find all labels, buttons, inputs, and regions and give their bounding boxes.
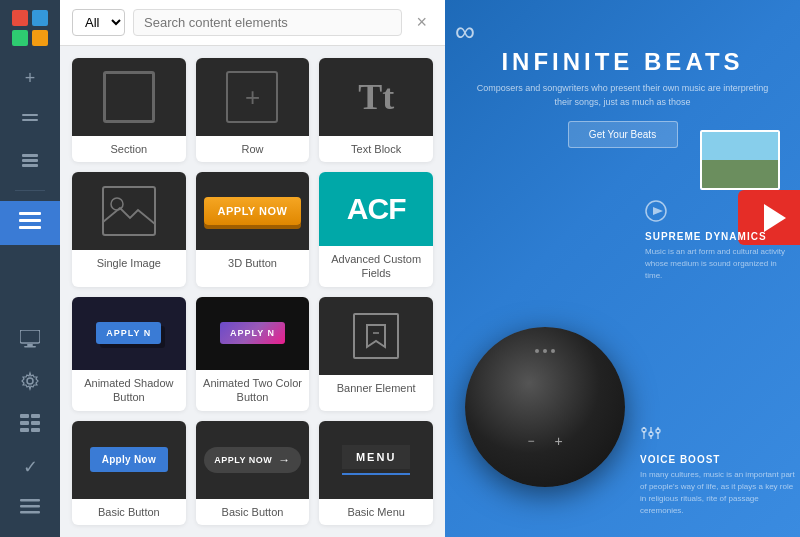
main-subtitle: Composers and songwriters who present th… <box>475 82 770 109</box>
element-card-basic-blue[interactable]: Apply Now Basic Button <box>72 421 186 525</box>
close-button[interactable]: × <box>410 10 433 35</box>
element-card-text[interactable]: Tt Text Block <box>319 58 433 162</box>
hamburger-icon <box>19 212 41 235</box>
row-icon: + <box>226 71 278 123</box>
acf-preview: ACF <box>319 172 433 246</box>
basic-dark-icon: APPLY NOW → <box>204 447 301 473</box>
voice-section: VOICE BOOST In many cultures, music is a… <box>640 423 800 517</box>
element-card-3d-btn[interactable]: APPLY NOW 3D Button <box>196 172 310 286</box>
sidebar-divider-1 <box>15 190 45 191</box>
speaker-circle: − + <box>465 327 625 487</box>
banner-icon <box>353 313 399 359</box>
svg-rect-20 <box>20 428 29 432</box>
svg-rect-21 <box>31 428 40 432</box>
thumbnail-image <box>700 130 780 190</box>
section-label: Section <box>106 136 151 162</box>
svg-rect-18 <box>20 421 29 425</box>
beats-background: ∞ INFINITE BEATS Composers and songwrite… <box>445 0 800 537</box>
banner-label: Banner Element <box>333 375 420 401</box>
speaker-controls: − + <box>527 433 562 449</box>
3d-btn-icon: APPLY NOW <box>204 197 302 225</box>
sidebar-item-grid[interactable] <box>10 407 50 443</box>
sidebar-item-desktop[interactable] <box>10 323 50 359</box>
gear-icon <box>20 371 40 396</box>
layers-icon <box>20 108 40 133</box>
svg-rect-25 <box>103 187 155 235</box>
app-logo[interactable] <box>12 10 48 46</box>
element-card-row[interactable]: + Row <box>196 58 310 162</box>
cta-button[interactable]: Get Your Beats <box>568 121 678 148</box>
search-input[interactable] <box>133 9 402 36</box>
banner-preview <box>319 297 433 375</box>
svg-rect-16 <box>20 414 29 418</box>
svg-rect-5 <box>22 119 38 121</box>
equalizer-icon <box>640 423 800 450</box>
element-card-acf[interactable]: ACF Advanced Custom Fields <box>319 172 433 286</box>
svg-rect-13 <box>27 344 33 346</box>
svg-marker-27 <box>367 325 385 347</box>
svg-rect-3 <box>32 30 48 46</box>
element-card-anim-two[interactable]: APPLY N Animated Two Color Button <box>196 297 310 411</box>
anim-two-label: Animated Two Color Button <box>196 370 310 411</box>
svg-rect-17 <box>31 414 40 418</box>
sidebar-item-add[interactable]: + <box>10 60 50 96</box>
desktop-icon <box>20 330 40 353</box>
row-label: Row <box>237 136 267 162</box>
element-card-basic-dark[interactable]: APPLY NOW → Basic Button <box>196 421 310 525</box>
menu-icon: MENU <box>342 445 410 475</box>
sidebar: + ✓ <box>0 0 60 537</box>
sidebar-item-stack[interactable] <box>10 144 50 180</box>
svg-rect-8 <box>22 164 38 167</box>
text-icon: Tt <box>358 79 394 115</box>
sidebar-item-menu[interactable] <box>0 201 60 245</box>
panel-header: All × <box>60 0 445 46</box>
play-circle-icon <box>645 200 795 227</box>
voice-title: VOICE BOOST <box>640 454 800 465</box>
check-icon: ✓ <box>23 456 38 478</box>
anim-shadow-preview: APPLY N <box>72 297 186 371</box>
anim-two-preview: APPLY N <box>196 297 310 371</box>
svg-rect-6 <box>22 154 38 157</box>
element-card-menu[interactable]: MENU Basic Menu <box>319 421 433 525</box>
image-icon <box>102 186 156 236</box>
svg-rect-4 <box>22 114 38 116</box>
grid-icon <box>20 414 40 437</box>
svg-rect-23 <box>20 505 40 508</box>
element-card-image[interactable]: Single Image <box>72 172 186 286</box>
text-preview: Tt <box>319 58 433 136</box>
menu-label: Basic Menu <box>343 499 408 525</box>
svg-point-15 <box>27 378 33 384</box>
sidebar-item-check[interactable]: ✓ <box>10 449 50 485</box>
speaker-image: − + <box>465 327 635 497</box>
svg-rect-24 <box>20 511 40 514</box>
element-card-banner[interactable]: Banner Element <box>319 297 433 411</box>
filter-select[interactable]: All <box>72 9 125 36</box>
row-preview: + <box>196 58 310 136</box>
svg-rect-14 <box>24 346 36 348</box>
menu-preview: MENU <box>319 421 433 499</box>
main-title: INFINITE BEATS <box>475 48 770 76</box>
svg-rect-1 <box>32 10 48 26</box>
svg-rect-2 <box>12 30 28 46</box>
sidebar-item-list[interactable] <box>10 491 50 527</box>
speaker-dots <box>535 349 555 353</box>
svg-point-33 <box>642 428 646 432</box>
supreme-text: Music is an art form and cultural activi… <box>645 246 795 282</box>
anim-two-icon: APPLY N <box>220 322 285 344</box>
svg-marker-30 <box>653 207 663 215</box>
svg-rect-22 <box>20 499 40 502</box>
element-card-anim-shadow[interactable]: APPLY N Animated Shadow Button <box>72 297 186 411</box>
supreme-title: SUPREME DYNAMICS <box>645 231 795 242</box>
sidebar-item-layers[interactable] <box>10 102 50 138</box>
sidebar-item-settings[interactable] <box>10 365 50 401</box>
svg-rect-19 <box>31 421 40 425</box>
element-card-section[interactable]: Section <box>72 58 186 162</box>
content-panel: All × Section + Row Tt Text Blo <box>60 0 445 537</box>
acf-label: Advanced Custom Fields <box>319 246 433 287</box>
svg-rect-0 <box>12 10 28 26</box>
anim-shadow-label: Animated Shadow Button <box>72 370 186 411</box>
voice-text: In many cultures, music is an important … <box>640 469 800 517</box>
3d-btn-label: 3D Button <box>224 250 281 276</box>
image-preview <box>72 172 186 250</box>
main-content: ∞ INFINITE BEATS Composers and songwrite… <box>445 0 800 537</box>
